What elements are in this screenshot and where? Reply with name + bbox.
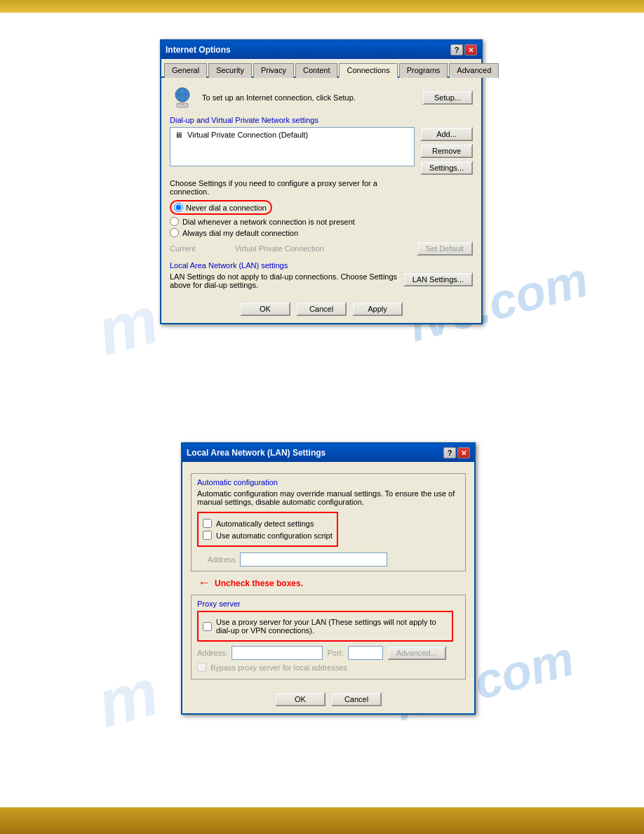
dialog1-title: Internet Options bbox=[166, 45, 231, 55]
proxy-addr-row: Address: Port: Advanced... bbox=[197, 646, 459, 660]
dialog1-btn-row: OK Cancel Apply bbox=[170, 296, 473, 316]
dialog1-ok-button[interactable]: OK bbox=[240, 302, 290, 316]
tab-connections[interactable]: Connections bbox=[339, 63, 397, 78]
top-bar bbox=[0, 0, 644, 13]
bottom-bar bbox=[0, 807, 644, 834]
radio-dial-when-row: Dial whenever a network connection is no… bbox=[170, 217, 473, 226]
radio-dial-when[interactable] bbox=[170, 217, 179, 226]
proxy-addr-label: Address: bbox=[197, 649, 227, 657]
lan-text: LAN Settings do not apply to dial-up con… bbox=[170, 272, 398, 289]
address-label: Address bbox=[197, 555, 236, 564]
dialog1-help-button[interactable]: ? bbox=[450, 44, 463, 55]
dialog2-btn-row: OK Cancel bbox=[191, 687, 466, 706]
bypass-label: Bypass proxy server for local addresses bbox=[210, 663, 347, 672]
internet-options-dialog: Internet Options ? ✕ General Security Pr… bbox=[160, 39, 483, 324]
tab-privacy[interactable]: Privacy bbox=[253, 63, 294, 78]
current-label: Current bbox=[170, 244, 196, 253]
tab-content[interactable]: Content bbox=[295, 63, 338, 78]
annotation-row: ← Uncheck these boxes. bbox=[198, 576, 466, 590]
listbox-item-vpn[interactable]: 🖥 Virtual Private Connection (Default) bbox=[172, 129, 412, 140]
red-arrow-icon: ← bbox=[198, 576, 210, 590]
auto-config-group: Automatic configuration Automatic config… bbox=[191, 473, 466, 571]
auto-detect-row: Automatically detect settings bbox=[203, 519, 333, 528]
add-button[interactable]: Add... bbox=[420, 127, 473, 141]
radio-always-dial-row: Always dial my default connection bbox=[170, 228, 473, 237]
choose-settings-text: Choose Settings if you need to configure… bbox=[170, 179, 394, 196]
dialog2-ok-button[interactable]: OK bbox=[275, 692, 326, 706]
setup-icon bbox=[170, 85, 195, 110]
proxy-checkbox[interactable] bbox=[203, 622, 212, 631]
proxy-port-input[interactable] bbox=[348, 646, 383, 660]
dialog1-apply-button[interactable]: Apply bbox=[352, 302, 403, 316]
proxy-server-group: Proxy server Use a proxy server for your… bbox=[191, 595, 466, 680]
radio-always-dial[interactable] bbox=[170, 228, 179, 237]
dialog1-content: To set up an Internet connection, click … bbox=[161, 78, 481, 323]
address-input[interactable] bbox=[240, 552, 387, 567]
connection-listbox[interactable]: 🖥 Virtual Private Connection (Default) bbox=[170, 127, 415, 166]
proxy-title: Proxy server bbox=[197, 600, 459, 608]
settings-button[interactable]: Settings... bbox=[420, 161, 473, 175]
auto-script-checkbox[interactable] bbox=[203, 531, 212, 540]
tab-programs[interactable]: Programs bbox=[399, 63, 448, 78]
proxy-check-row: Use a proxy server for your LAN (These s… bbox=[203, 618, 448, 635]
checkboxes-red-outline: Automatically detect settings Use automa… bbox=[197, 512, 338, 547]
radio-never-dial-highlight: Never dial a connection bbox=[170, 200, 272, 215]
current-value: Virtual Private Connection bbox=[235, 244, 324, 253]
dialog2-help-button[interactable]: ? bbox=[443, 447, 456, 458]
bypass-row: Bypass proxy server for local addresses bbox=[197, 663, 459, 672]
dialog1-titlebar: Internet Options ? ✕ bbox=[161, 41, 481, 59]
dialog1-cancel-button[interactable]: Cancel bbox=[296, 302, 347, 316]
auto-config-title: Automatic configuration bbox=[197, 478, 459, 486]
address-row: Address bbox=[197, 552, 459, 567]
remove-button[interactable]: Remove bbox=[420, 144, 473, 158]
set-default-button[interactable]: Set Default bbox=[417, 241, 473, 256]
radio-never-dial[interactable] bbox=[174, 203, 183, 212]
setup-text: To set up an Internet connection, click … bbox=[202, 93, 415, 102]
dialog1-close-button[interactable]: ✕ bbox=[464, 44, 477, 55]
dialog2-title: Local Area Network (LAN) Settings bbox=[187, 448, 326, 458]
dialog2-content: Automatic configuration Automatic config… bbox=[182, 462, 474, 713]
bypass-checkbox[interactable] bbox=[197, 663, 206, 672]
auto-config-desc: Automatic configuration may override man… bbox=[197, 489, 459, 506]
proxy-port-label: Port: bbox=[327, 649, 343, 657]
lan-settings-button[interactable]: LAN Settings... bbox=[403, 272, 473, 286]
lan-section-label: Local Area Network (LAN) settings bbox=[170, 261, 473, 270]
annotation-text: Uncheck these boxes. bbox=[215, 578, 303, 588]
setup-button[interactable]: Setup... bbox=[422, 91, 473, 105]
dialog2-cancel-button[interactable]: Cancel bbox=[331, 692, 382, 706]
dialog1-title-buttons: ? ✕ bbox=[450, 44, 477, 55]
auto-detect-checkbox[interactable] bbox=[203, 519, 212, 528]
dialog2-title-buttons: ? ✕ bbox=[443, 447, 470, 458]
dialup-section-label: Dial-up and Virtual Private Network sett… bbox=[170, 116, 473, 124]
dialog1-tab-bar: General Security Privacy Content Connect… bbox=[161, 59, 481, 78]
tab-advanced[interactable]: Advanced bbox=[449, 63, 499, 78]
proxy-advanced-button[interactable]: Advanced... bbox=[387, 646, 446, 660]
lan-settings-dialog: Local Area Network (LAN) Settings ? ✕ Au… bbox=[181, 442, 476, 715]
tab-security[interactable]: Security bbox=[208, 63, 252, 78]
proxy-addr-input[interactable] bbox=[232, 646, 323, 660]
tab-general[interactable]: General bbox=[164, 63, 207, 78]
dialog2-close-button[interactable]: ✕ bbox=[457, 447, 470, 458]
vpn-icon: 🖥 bbox=[175, 131, 182, 139]
setup-row: To set up an Internet connection, click … bbox=[170, 85, 473, 110]
dialog2-titlebar: Local Area Network (LAN) Settings ? ✕ bbox=[182, 444, 474, 462]
proxy-checkbox-outline: Use a proxy server for your LAN (These s… bbox=[197, 611, 453, 642]
auto-script-row: Use automatic configuration script bbox=[203, 531, 333, 540]
svg-rect-4 bbox=[181, 102, 184, 105]
radio-never-dial-row: Never dial a connection bbox=[170, 200, 473, 215]
